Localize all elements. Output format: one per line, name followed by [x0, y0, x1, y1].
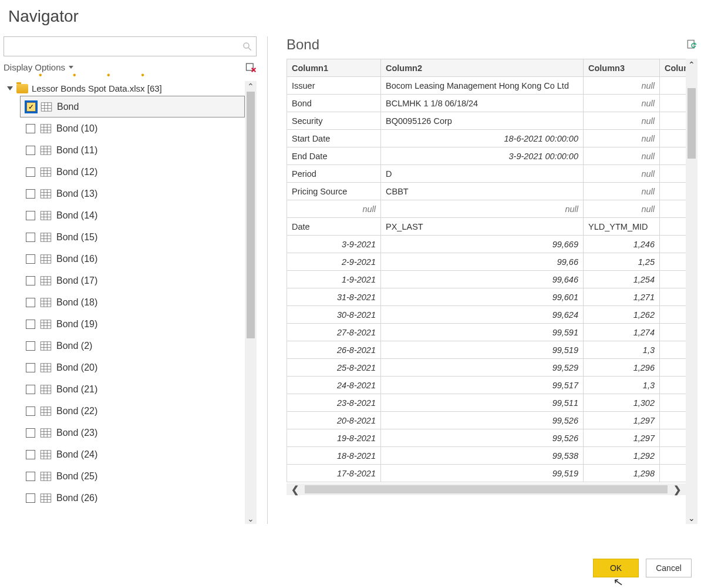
dialog-title: Navigator [0, 0, 701, 36]
tree-item[interactable]: ✓Bond [20, 96, 245, 117]
tree-item[interactable]: Bond (14) [20, 204, 245, 226]
table-icon [40, 146, 52, 155]
table-icon [40, 428, 52, 438]
table-row: 17-8-202199,5191,298 [287, 465, 686, 482]
cell [660, 218, 686, 236]
tree-item[interactable]: Bond (24) [20, 443, 245, 465]
checkbox[interactable] [26, 385, 35, 394]
column-header[interactable]: Column [660, 59, 686, 77]
refresh-preview-icon[interactable] [686, 38, 697, 51]
scroll-up-icon[interactable]: ⌃ [688, 60, 695, 69]
tree-item[interactable]: Bond (25) [20, 465, 245, 487]
tree-item[interactable]: Bond (18) [20, 291, 245, 313]
checkbox[interactable] [26, 167, 35, 177]
cell: Issuer [287, 77, 381, 95]
checkbox[interactable] [26, 276, 35, 285]
table-icon [40, 320, 52, 329]
cell: 99,538 [381, 447, 584, 465]
tree-item[interactable]: Bond (12) [20, 161, 245, 183]
checkbox[interactable] [26, 493, 35, 503]
checkbox[interactable] [26, 320, 35, 329]
clear-selection-icon[interactable] [245, 61, 257, 73]
cell [660, 271, 686, 288]
expand-collapse-icon[interactable] [7, 86, 13, 90]
search-icon[interactable] [242, 41, 252, 52]
svg-rect-25 [41, 189, 51, 197]
tree-item-label: Bond (10) [56, 123, 97, 134]
ok-button[interactable]: OK [593, 559, 639, 577]
cell [660, 183, 686, 200]
tree-scrollbar[interactable]: ⌃ ⌄ [245, 81, 257, 524]
tree-item[interactable]: Bond (21) [20, 378, 245, 400]
table-row: 31-8-202199,6011,271 [287, 288, 686, 306]
tree-item[interactable]: Bond (15) [20, 226, 245, 248]
tree-item[interactable]: Bond (17) [20, 270, 245, 291]
svg-rect-35 [41, 233, 51, 241]
scroll-right-icon[interactable]: ❯ [670, 484, 685, 495]
table-row: End Date3-9-2021 00:00:00null [287, 147, 686, 165]
cell: YLD_YTM_MID [584, 218, 660, 236]
grid-v-scrollbar[interactable]: ⌃ ⌄ [686, 59, 697, 524]
search-box[interactable] [4, 36, 257, 56]
column-header[interactable]: Column1 [287, 59, 381, 77]
tree-item[interactable]: Bond (19) [20, 313, 245, 335]
tree-item[interactable]: Bond (11) [20, 139, 245, 161]
svg-rect-65 [41, 363, 51, 371]
cell: 1,298 [584, 465, 660, 482]
scroll-down-icon[interactable]: ⌄ [247, 515, 254, 523]
cell: BCLMHK 1 1/8 06/18/24 [381, 95, 584, 112]
checkbox[interactable] [26, 428, 35, 438]
search-input[interactable] [8, 41, 242, 52]
svg-rect-70 [41, 385, 51, 393]
checkbox[interactable] [26, 298, 35, 307]
scroll-left-icon[interactable]: ❮ [288, 484, 302, 495]
tree-item[interactable]: Bond (26) [20, 487, 245, 509]
cancel-button[interactable]: Cancel [646, 559, 692, 577]
cell: 99,66 [381, 253, 584, 271]
column-header[interactable]: Column2 [381, 59, 584, 77]
cell: 20-8-2021 [287, 412, 381, 429]
checkbox[interactable] [26, 450, 35, 459]
tree-item[interactable]: Bond (23) [20, 422, 245, 443]
checkbox[interactable] [26, 146, 35, 155]
checkbox[interactable] [26, 211, 35, 220]
tree-item[interactable]: Bond (20) [20, 357, 245, 378]
table-row: 19-8-202199,5261,297 [287, 429, 686, 447]
table-row: 2-9-202199,661,25 [287, 253, 686, 271]
column-header[interactable]: Column3 [584, 59, 660, 77]
tree-item[interactable]: Bond (10) [20, 117, 245, 139]
table-row: Pricing SourceCBBTnull [287, 183, 686, 200]
checkbox[interactable] [26, 189, 35, 199]
scroll-thumb[interactable] [305, 485, 668, 493]
cell: 99,601 [381, 288, 584, 306]
tree-item[interactable]: Bond (2) [20, 335, 245, 357]
svg-rect-55 [41, 320, 51, 328]
cell [660, 465, 686, 482]
checkbox[interactable] [26, 233, 35, 242]
table-row: 20-8-202199,5261,297 [287, 412, 686, 429]
svg-rect-50 [41, 298, 51, 306]
cell: 3-9-2021 [287, 236, 381, 253]
checkbox[interactable] [26, 254, 35, 264]
cell: 99,517 [381, 377, 584, 394]
scroll-thumb[interactable] [687, 88, 696, 159]
scroll-thumb[interactable] [247, 92, 255, 338]
checkbox[interactable] [26, 472, 35, 481]
tree-root-file[interactable]: Lessor Bonds Spot Data.xlsx [63] [4, 81, 245, 96]
table-icon [40, 472, 52, 481]
tree-item[interactable]: Bond (22) [20, 400, 245, 422]
checkbox[interactable]: ✓ [26, 102, 36, 112]
tree-item-label: Bond (17) [56, 275, 97, 286]
tree-item[interactable]: Bond (16) [20, 248, 245, 270]
grid-h-scrollbar[interactable]: ❮ ❯ [287, 483, 686, 495]
checkbox[interactable] [26, 363, 35, 372]
checkbox[interactable] [26, 406, 35, 416]
checkbox[interactable] [26, 341, 35, 351]
cell: 31-8-2021 [287, 288, 381, 306]
tree-item-label: Bond (13) [56, 189, 97, 199]
tree-item[interactable]: Bond (13) [20, 183, 245, 204]
scroll-down-icon[interactable]: ⌄ [688, 513, 695, 523]
checkbox[interactable] [26, 124, 35, 133]
svg-rect-10 [41, 124, 51, 132]
scroll-up-icon[interactable]: ⌃ [247, 82, 254, 90]
